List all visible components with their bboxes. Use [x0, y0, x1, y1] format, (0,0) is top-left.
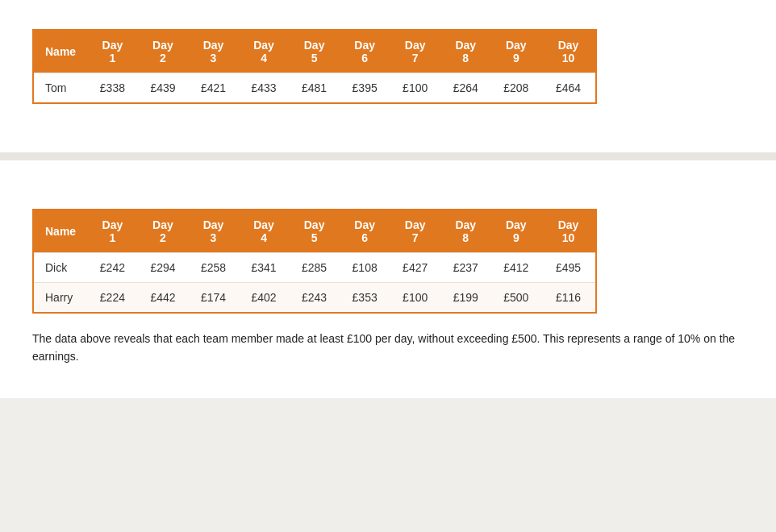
cell-value: £464 [541, 73, 596, 104]
cell-name: Tom [33, 73, 87, 104]
conclusion-text: The data above reveals that each team me… [32, 330, 744, 366]
col-header-day4-2: Day 4 [239, 210, 290, 253]
cell-value: £402 [239, 283, 290, 314]
cell-value: £100 [390, 73, 440, 104]
section-divider [0, 152, 776, 160]
cell-value: £243 [289, 283, 340, 314]
cell-value: £427 [390, 253, 440, 283]
col-header-day2-2: Day 2 [138, 210, 189, 253]
col-header-day3: Day 3 [188, 30, 239, 73]
table-row: Dick£242£294£258£341£285£108£427£237£412… [33, 253, 596, 283]
cell-value: £100 [390, 283, 440, 314]
col-header-day9: Day 9 [491, 30, 542, 73]
col-header-day4: Day 4 [239, 30, 290, 73]
cell-value: £199 [440, 283, 491, 314]
cell-value: £108 [340, 253, 390, 283]
cell-name: Dick [33, 253, 87, 283]
cell-value: £338 [87, 73, 138, 104]
table-row: Harry£224£442£174£402£243£353£100£199£50… [33, 283, 596, 314]
cell-value: £294 [138, 253, 189, 283]
col-header-day7-2: Day 7 [390, 210, 440, 253]
cell-value: £237 [440, 253, 491, 283]
top-table: Name Day 1 Day 2 Day 3 Day 4 Day 5 Day 6… [32, 29, 597, 104]
bottom-table: Name Day 1 Day 2 Day 3 Day 4 Day 5 Day 6… [32, 209, 597, 314]
cell-value: £258 [188, 253, 239, 283]
cell-value: £174 [188, 283, 239, 314]
col-header-name: Name [33, 30, 87, 73]
col-header-day3-2: Day 3 [188, 210, 239, 253]
bottom-table-header-row: Name Day 1 Day 2 Day 3 Day 4 Day 5 Day 6… [33, 210, 596, 253]
cell-value: £242 [87, 253, 138, 283]
col-header-day5: Day 5 [289, 30, 340, 73]
col-header-day8-2: Day 8 [440, 210, 491, 253]
cell-value: £439 [138, 73, 189, 104]
col-header-day10-2: Day 10 [541, 210, 596, 253]
col-header-day5-2: Day 5 [289, 210, 340, 253]
bottom-section: Name Day 1 Day 2 Day 3 Day 4 Day 5 Day 6… [0, 160, 776, 398]
col-header-day6: Day 6 [340, 30, 390, 73]
cell-value: £353 [340, 283, 390, 314]
cell-value: £495 [541, 253, 596, 283]
cell-value: £208 [491, 73, 542, 104]
top-table-header-row: Name Day 1 Day 2 Day 3 Day 4 Day 5 Day 6… [33, 30, 596, 73]
cell-value: £264 [440, 73, 491, 104]
cell-value: £500 [491, 283, 542, 314]
col-header-day2: Day 2 [138, 30, 189, 73]
col-header-day1-2: Day 1 [87, 210, 138, 253]
cell-value: £224 [87, 283, 138, 314]
col-header-name-2: Name [33, 210, 87, 253]
col-header-day7: Day 7 [390, 30, 440, 73]
cell-value: £442 [138, 283, 189, 314]
table-row: Tom£338£439£421£433£481£395£100£264£208£… [33, 73, 596, 104]
top-section: Name Day 1 Day 2 Day 3 Day 4 Day 5 Day 6… [0, 0, 776, 152]
col-header-day1: Day 1 [87, 30, 138, 73]
cell-value: £421 [188, 73, 239, 104]
cell-value: £395 [340, 73, 390, 104]
cell-value: £433 [239, 73, 290, 104]
cell-value: £341 [239, 253, 290, 283]
cell-value: £481 [289, 73, 340, 104]
col-header-day10: Day 10 [541, 30, 596, 73]
cell-value: £116 [541, 283, 596, 314]
cell-value: £285 [289, 253, 340, 283]
cell-value: £412 [491, 253, 542, 283]
col-header-day6-2: Day 6 [340, 210, 390, 253]
cell-name: Harry [33, 283, 87, 314]
col-header-day8: Day 8 [440, 30, 491, 73]
col-header-day9-2: Day 9 [491, 210, 542, 253]
